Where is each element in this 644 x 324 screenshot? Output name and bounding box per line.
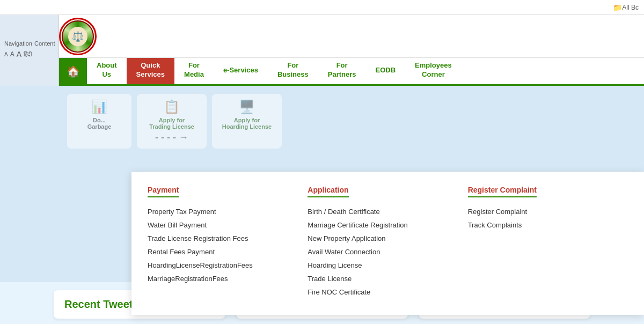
card-trading-license: 📋 Apply for Trading License - - - - → <box>137 94 207 149</box>
logo: ⚖️ <box>59 18 97 55</box>
link-fire-noc[interactable]: Fire NOC Certificate <box>308 285 457 299</box>
nav-item-for-media[interactable]: For Media <box>174 58 214 84</box>
link-hoarding-license-fees[interactable]: HoardingLicenseRegistrationFees <box>148 259 297 272</box>
link-trade-license-app[interactable]: Trade License <box>308 272 457 285</box>
link-birth-death[interactable]: Birth / Death Certificate <box>308 205 457 218</box>
link-marriage-reg-fees[interactable]: MarriageRegistrationFees <box>148 272 297 285</box>
link-water-connection[interactable]: Avail Water Connection <box>308 245 457 259</box>
link-hoarding-license-app[interactable]: Hoarding License <box>308 259 457 272</box>
main-content: 📊 Do... Garbage 📋 Apply for Trading Lice… <box>0 86 644 324</box>
dropdown-application-col: Application Birth / Death Certificate Ma… <box>308 185 467 299</box>
background-cards: 📊 Do... Garbage 📋 Apply for Trading Lice… <box>59 86 290 157</box>
navbar: 🏠 About Us Quick Services For Media e-Se… <box>0 58 644 86</box>
logo-area: ⚖️ <box>59 18 188 55</box>
nav-item-eodb[interactable]: EODB <box>366 58 406 84</box>
card-hoarding-license: 🖥️ Apply for Hoarding License <box>212 94 282 149</box>
nav-item-e-services[interactable]: e-Services <box>214 58 268 84</box>
link-register-complaint[interactable]: Register Complaint <box>468 205 617 218</box>
logo-inner: ⚖️ <box>62 20 94 53</box>
nav-item-quick-services[interactable]: Quick Services <box>127 58 175 84</box>
hindi-btn[interactable]: हिंदी <box>24 51 32 58</box>
link-marriage-cert[interactable]: Marriage Certificate Registration <box>308 218 457 232</box>
link-new-property[interactable]: New Property Application <box>308 232 457 245</box>
left-sidebar: Navigation Content A A A हिंदी <box>0 15 59 86</box>
font-medium-btn[interactable]: A <box>10 50 14 58</box>
card-garbage: 📊 Do... Garbage <box>67 94 131 149</box>
link-rental-fees[interactable]: Rental Fees Payment <box>148 245 297 259</box>
nav-item-employees-corner[interactable]: Employees Corner <box>405 58 462 84</box>
home-nav-button[interactable]: 🏠 <box>59 58 87 84</box>
link-track-complaints[interactable]: Track Complaints <box>468 218 617 232</box>
dropdown-complaint-col: Register Complaint Register Complaint Tr… <box>468 185 628 299</box>
font-large-btn[interactable]: A <box>17 50 21 58</box>
dropdown-payment-col: Payment Property Tax Payment Water Bill … <box>148 185 308 299</box>
bookmark-label: All Bc <box>622 4 639 11</box>
folder-icon: 📁 <box>613 3 622 12</box>
nav-text[interactable]: Navigation <box>4 40 32 47</box>
content-text[interactable]: Content <box>34 40 55 47</box>
font-small-btn[interactable]: A <box>4 51 8 57</box>
link-water-bill[interactable]: Water Bill Payment <box>148 218 297 232</box>
link-trade-license-fees[interactable]: Trade License Registration Fees <box>148 232 297 245</box>
nav-item-for-partners[interactable]: For Partners <box>318 58 366 84</box>
nav-item-about[interactable]: About Us <box>87 58 127 84</box>
nav-item-for-business[interactable]: For Business <box>268 58 318 84</box>
quick-services-dropdown: Payment Property Tax Payment Water Bill … <box>131 172 644 315</box>
payment-header: Payment <box>148 186 179 197</box>
register-complaint-header: Register Complaint <box>468 186 537 197</box>
logo-center: ⚖️ <box>68 27 87 46</box>
application-header: Application <box>308 186 348 197</box>
header: ⚖️ <box>0 15 644 58</box>
top-bar: 📁 All Bc <box>0 0 644 15</box>
link-property-tax[interactable]: Property Tax Payment <box>148 205 297 218</box>
